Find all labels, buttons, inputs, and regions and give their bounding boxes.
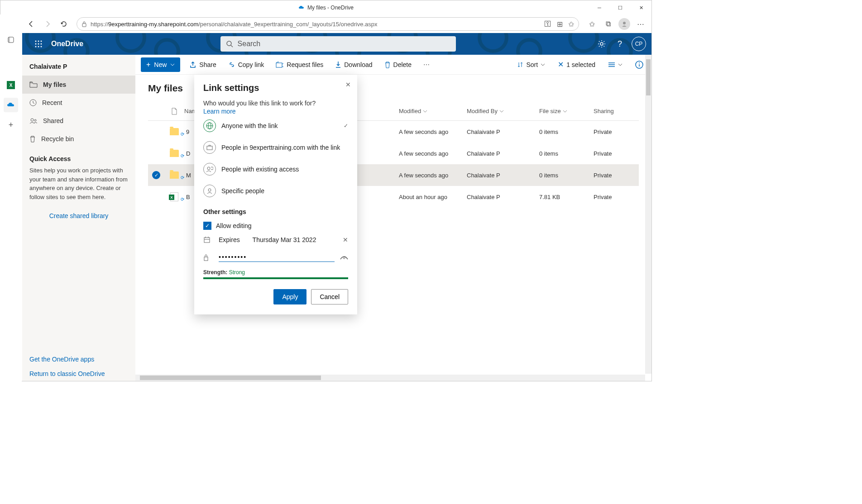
learn-more-link[interactable]: Learn more [203,108,348,115]
overflow-button[interactable]: ⋯ [421,61,432,68]
download-button[interactable]: Download [332,61,375,68]
extensions-icon[interactable]: ⊞ [557,20,563,29]
address-bar[interactable]: https://9experttraining-my.sharepoint.co… [77,17,579,31]
svg-point-7 [35,43,37,45]
checkbox-icon: ✓ [203,222,211,230]
product-name[interactable]: OneDrive [51,40,83,48]
clear-date-icon[interactable]: ✕ [343,236,348,243]
close-button[interactable]: ✕ [631,0,651,15]
vertical-scrollbar[interactable] [645,55,651,374]
user-avatar[interactable]: CP [632,37,646,51]
tab-actions[interactable] [4,33,18,47]
option-specific[interactable]: Specific people [203,180,348,202]
tab-new[interactable]: + [4,118,18,132]
svg-line-22 [599,46,600,47]
classic-link[interactable]: Return to classic OneDrive [22,366,135,381]
edge-tabstrip: X + [0,14,22,381]
lock-icon [203,254,213,261]
selected-indicator[interactable]: ✕1 selected [555,60,598,69]
col-filesize[interactable]: File size [539,108,594,114]
check-icon: ✓ [344,123,348,129]
svg-line-21 [604,46,605,47]
option-existing[interactable]: People with existing access [203,158,348,180]
maximize-button[interactable]: ☐ [610,0,631,15]
refresh-button[interactable] [57,17,71,31]
app-header: OneDrive Search ? CP [22,33,651,55]
get-apps-link[interactable]: Get the OneDrive apps [22,352,135,366]
cell-size: 0 items [539,128,594,135]
minimize-button[interactable]: ─ [589,0,610,15]
option-org[interactable]: People in 9experttraining.com with the l… [203,137,348,158]
allow-editing-checkbox[interactable]: ✓ Allow editing [203,220,348,232]
show-password-icon[interactable] [340,255,348,260]
info-button[interactable] [632,61,646,69]
cell-modified: A few seconds ago [390,150,467,157]
sync-icon: ⟳ [181,175,184,180]
favorites-bar-icon[interactable]: ✩ [584,17,599,31]
folder-icon [29,81,38,88]
sidebar-item-recycle[interactable]: Recycle bin [22,130,135,148]
col-sharing[interactable]: Sharing [594,108,639,114]
option-anyone[interactable]: Anyone with the link ✓ [203,115,348,137]
svg-point-5 [38,41,39,42]
horizontal-scrollbar[interactable] [135,375,645,381]
svg-line-23 [604,41,605,42]
col-modifiedby[interactable]: Modified By [467,108,539,114]
delete-button[interactable]: Delete [382,61,414,68]
forward-button[interactable] [40,17,55,31]
lock-icon [81,21,87,27]
svg-point-11 [38,46,39,48]
sidebar-item-myfiles[interactable]: My files [22,76,135,94]
globe-icon [203,119,216,132]
expiration-row[interactable]: Expires Thursday Mar 31 2022 ✕ [203,232,348,248]
dialog-subtitle: Who would you like this link to work for… [203,100,348,107]
search-placeholder: Search [238,40,261,48]
apply-button[interactable]: Apply [273,289,306,304]
search-box[interactable]: Search [220,36,456,52]
request-button[interactable]: Request files [273,61,326,68]
share-button[interactable]: Share [187,61,219,68]
quick-access-text: Sites help you work on projects with you… [29,166,128,201]
folder-icon [170,150,179,157]
svg-line-20 [599,41,600,42]
sidebar-item-recent[interactable]: Recent [22,94,135,112]
password-row[interactable] [203,248,348,266]
row-selected-icon[interactable]: ✓ [152,171,160,179]
cell-size: 7.81 KB [539,194,594,200]
collections-icon[interactable]: ⧉ [601,17,615,31]
dialog-title: Link settings [203,83,348,93]
cancel-button[interactable]: Cancel [311,289,348,304]
sync-icon: ⟳ [181,197,184,202]
sort-button[interactable]: Sort [514,61,548,68]
sync-icon: ⟳ [181,153,184,158]
settings-icon[interactable] [593,35,611,53]
cell-modifiedby: Chalaivate P [467,194,539,200]
app-launcher[interactable] [28,33,49,55]
col-modified[interactable]: Modified [390,108,467,114]
sidebar-item-shared[interactable]: Shared [22,112,135,130]
svg-rect-44 [204,257,208,261]
folder-icon [170,171,179,179]
cell-modified: A few seconds ago [390,172,467,179]
tab-onedrive[interactable] [4,98,18,112]
favorite-icon[interactable]: ✩ [568,20,574,29]
create-shared-library[interactable]: Create shared library [22,209,135,223]
more-button[interactable]: ⋯ [633,17,648,31]
titlebar: My files - OneDrive ─ ☐ ✕ [0,0,651,15]
back-button[interactable] [24,17,38,31]
tab-excel[interactable]: X [4,78,18,92]
copylink-button[interactable]: Copy link [225,61,267,68]
svg-point-6 [41,41,42,42]
new-button[interactable]: +New [141,57,180,72]
dialog-close-button[interactable]: ✕ [345,81,351,88]
view-button[interactable] [605,62,625,67]
chevron-down-icon [170,63,175,66]
svg-point-15 [600,43,603,45]
svg-rect-37 [207,146,212,150]
file-icon [171,108,177,115]
key-icon[interactable]: ⚿ [544,20,551,29]
help-icon[interactable]: ? [611,35,629,53]
svg-point-12 [41,46,42,48]
password-input[interactable] [219,252,335,262]
profile-avatar[interactable] [617,17,632,31]
